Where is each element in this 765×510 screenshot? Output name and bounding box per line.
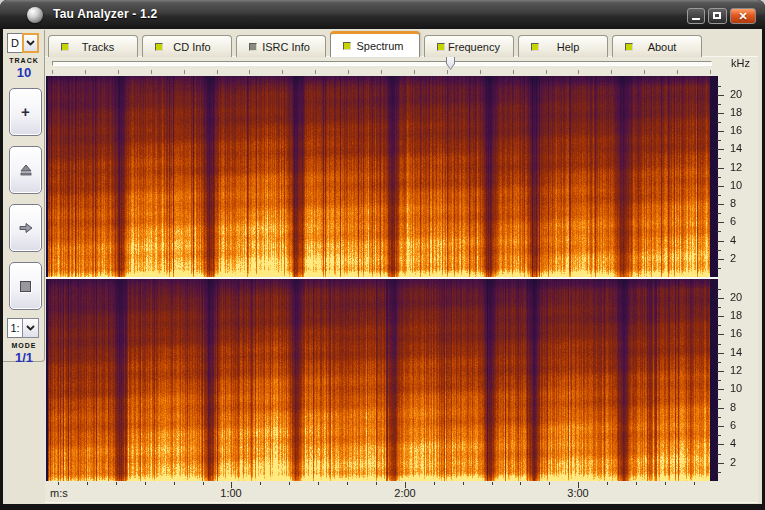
tab-label: ISRC Info (252, 41, 310, 53)
time-tick (636, 482, 637, 485)
time-tick-label: 3:00 (562, 487, 594, 499)
plus-icon: + (21, 107, 30, 117)
time-tick (376, 482, 377, 485)
freq-tick-label: 6 (730, 215, 754, 227)
freq-tick (717, 195, 721, 196)
freq-tick-label: 10 (730, 382, 754, 394)
freq-tick (717, 399, 721, 400)
freq-tick-label: 4 (730, 437, 754, 449)
freq-tick (717, 408, 724, 409)
tab-cd-info[interactable]: CD Info (142, 35, 232, 57)
freq-tick-label: 8 (730, 401, 754, 413)
freq-tick (717, 168, 724, 169)
freq-tick-label: 20 (730, 88, 754, 100)
tab-spectrum[interactable]: Spectrum (330, 31, 420, 57)
tab-label: Tracks (72, 41, 115, 53)
tab-help[interactable]: Help (518, 35, 608, 57)
freq-tick (717, 259, 724, 260)
freq-tick-label: 2 (730, 252, 754, 264)
stop-button[interactable] (9, 262, 42, 310)
freq-tick (717, 298, 724, 299)
led-green-icon (155, 43, 163, 51)
freq-tick-label: 10 (730, 179, 754, 191)
freq-tick (717, 289, 721, 290)
drive-selector-dropdown-button[interactable] (22, 33, 39, 53)
time-tick (145, 482, 146, 485)
position-slider-track[interactable] (52, 61, 712, 66)
freq-tick (717, 186, 724, 187)
freq-tick-label: 14 (730, 346, 754, 358)
freq-tick (717, 213, 721, 214)
freq-tick (717, 149, 724, 150)
freq-tick (717, 472, 721, 473)
tab-tracks[interactable]: Tracks (48, 35, 138, 57)
tab-isrc-info[interactable]: ISRC Info (236, 35, 326, 57)
freq-tick (717, 113, 724, 114)
drive-selector[interactable]: D (7, 33, 39, 53)
tab-frequency[interactable]: Frequency (424, 35, 514, 57)
time-tick (549, 482, 550, 485)
freq-tick (717, 158, 721, 159)
tab-about[interactable]: About (612, 35, 702, 57)
freq-tick (717, 131, 724, 132)
time-tick (174, 482, 175, 485)
time-tick (463, 482, 464, 485)
time-axis-unit: m:s (50, 487, 68, 499)
freq-tick-label: 18 (730, 309, 754, 321)
eject-button[interactable] (9, 146, 42, 194)
freq-tick (717, 444, 724, 445)
led-green-icon (625, 43, 633, 51)
maximize-button[interactable] (708, 8, 727, 24)
minimize-icon (692, 18, 700, 20)
time-tick-label: 1:00 (215, 487, 247, 499)
freq-tick (717, 325, 721, 326)
freq-tick (717, 204, 724, 205)
led-green-icon (343, 42, 351, 50)
titlebar[interactable]: Tau Analyzer - 1.2 ✕ (0, 0, 765, 29)
mode-caption: MODE (3, 342, 45, 349)
time-tick (260, 482, 261, 485)
freq-tick (717, 316, 724, 317)
time-tick (203, 482, 204, 485)
led-green-icon (437, 43, 445, 51)
freq-tick (717, 380, 721, 381)
freq-tick (717, 334, 724, 335)
drive-selector-value[interactable]: D (7, 33, 23, 53)
stop-icon (20, 281, 31, 292)
add-track-button[interactable]: + (9, 88, 42, 136)
freq-tick (717, 122, 721, 123)
freq-tick (717, 344, 721, 345)
sidebar: D TRACK 10 + (3, 30, 45, 362)
time-tick (492, 482, 493, 485)
freq-tick (717, 435, 721, 436)
led-green-icon (531, 43, 539, 51)
freq-axis-unit: kHz (731, 57, 750, 69)
freq-tick (717, 86, 721, 87)
freq-tick-label: 18 (730, 106, 754, 118)
freq-tick (717, 231, 721, 232)
freq-tick (717, 389, 724, 390)
time-tick (607, 482, 608, 485)
freq-tick (717, 371, 724, 372)
freq-tick-label: 16 (730, 327, 754, 339)
freq-tick (717, 140, 721, 141)
chevron-down-icon (26, 325, 35, 331)
freq-tick (717, 104, 721, 105)
freq-tick (717, 307, 721, 308)
next-track-button[interactable] (9, 204, 42, 252)
time-tick (116, 482, 117, 485)
freq-tick (717, 268, 721, 269)
time-tick (347, 482, 348, 485)
tab-label: CD Info (163, 41, 210, 53)
mode-selector-value[interactable]: 1: (7, 318, 23, 338)
time-tick (434, 482, 435, 485)
app-window: Tau Analyzer - 1.2 ✕ D TRACK 10 + (0, 0, 765, 510)
mode-selector-dropdown-button[interactable] (22, 318, 39, 338)
close-button[interactable]: ✕ (730, 8, 756, 24)
freq-tick (717, 426, 724, 427)
freq-tick-label: 6 (730, 419, 754, 431)
minimize-button[interactable] (687, 8, 705, 24)
tabbar: TracksCD InfoISRC InfoSpectrumFrequencyH… (48, 31, 706, 57)
mode-selector[interactable]: 1: (7, 318, 39, 338)
time-tick (520, 482, 521, 485)
